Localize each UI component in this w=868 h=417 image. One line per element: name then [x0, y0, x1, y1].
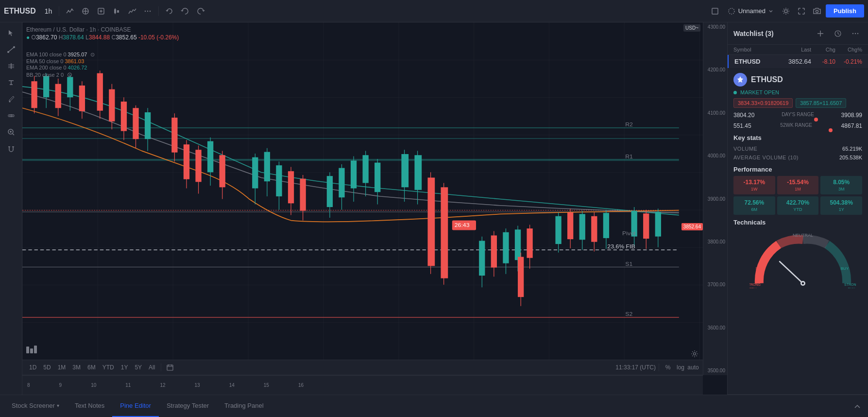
panel-clock-icon[interactable] — [831, 27, 845, 40]
currency-badge[interactable]: USD~ — [683, 24, 700, 32]
log-toggle[interactable]: log — [675, 362, 686, 373]
svg-text:BUY: BUY — [840, 266, 849, 271]
svg-point-157 — [857, 33, 858, 34]
tradingview-logo — [26, 346, 38, 358]
tab-text-notes[interactable]: Text Notes — [67, 395, 112, 417]
fib-tool[interactable] — [3, 58, 19, 74]
tab-trading-panel-label: Trading Panel — [224, 402, 263, 409]
svg-rect-111 — [503, 232, 509, 263]
percent-toggle[interactable]: % — [662, 362, 674, 373]
time-11: 11 — [125, 382, 131, 388]
camera-button[interactable] — [810, 4, 824, 18]
vol-label: VOLUME — [733, 146, 757, 152]
svg-rect-121 — [567, 212, 573, 239]
time-13: 13 — [195, 382, 200, 388]
svg-rect-75 — [207, 141, 213, 173]
svg-point-156 — [855, 33, 856, 34]
undo-button[interactable] — [178, 4, 192, 18]
add-symbol-button[interactable] — [814, 27, 827, 40]
chart-svg-wrapper[interactable]: R2 R1 Pivot 23.6% FIB S1 S2 26:43 — [22, 22, 703, 360]
chart-name-selector[interactable]: Unnamed — [724, 5, 777, 17]
svg-rect-49 — [31, 81, 37, 108]
tf-sep2 — [659, 364, 659, 371]
svg-rect-99 — [401, 154, 408, 187]
wl-symbol: ETHUSD — [734, 58, 777, 65]
svg-point-16 — [729, 8, 734, 14]
redo-button[interactable] — [194, 4, 207, 18]
svg-rect-79 — [252, 157, 258, 189]
svg-point-146 — [694, 353, 696, 355]
tab-stock-screener[interactable]: Stock Screener ▾ — [4, 395, 67, 417]
trend-line-tool[interactable] — [3, 42, 19, 57]
cursor-tool[interactable] — [3, 25, 19, 41]
tf-5d[interactable]: 5D — [40, 363, 53, 372]
panel-more-button[interactable] — [849, 27, 862, 40]
days-range-low: 3804.20 — [733, 112, 754, 119]
watchlist-item-ethusd[interactable]: ETHUSD 3852.64 -8.10 -0.21% — [728, 55, 868, 68]
market-status-dot — [733, 91, 737, 94]
perf-3m: 8.05%3M — [820, 176, 862, 194]
tf-3m[interactable]: 3M — [69, 363, 84, 372]
chart-container[interactable]: USD~ Ethereum / U.S. Dollar · 1h · COINB… — [22, 22, 727, 395]
calendar-icon[interactable] — [164, 362, 176, 373]
svg-point-21 — [13, 46, 15, 48]
main-area: USD~ Ethereum / U.S. Dollar · 1h · COINB… — [0, 22, 868, 395]
tf-6m[interactable]: 6M — [85, 363, 99, 372]
avg-vol-label: AVERAGE VOLUME (10) — [733, 155, 799, 160]
brush-tool[interactable] — [3, 91, 19, 107]
chart-settings-button[interactable] — [689, 348, 700, 360]
price-3900: 3900.00 — [705, 196, 725, 202]
tf-5y[interactable]: 5Y — [132, 363, 145, 372]
52wk-range-high: 4867.81 — [841, 122, 862, 129]
svg-rect-93 — [351, 160, 357, 188]
chart-type-button[interactable] — [125, 4, 139, 18]
chart-svg: R2 R1 Pivot 23.6% FIB S1 S2 26:43 — [22, 22, 703, 360]
watchlist-title[interactable]: Watchlist (3) — [733, 30, 810, 37]
svg-rect-115 — [527, 228, 532, 258]
magnet-tool[interactable] — [3, 141, 19, 156]
bar-style-button[interactable] — [110, 4, 123, 18]
time-8: 8 — [27, 382, 30, 388]
time-12: 12 — [160, 382, 165, 388]
svg-rect-113 — [515, 229, 521, 260]
svg-rect-51 — [43, 76, 49, 97]
tab-text-notes-label: Text Notes — [75, 402, 104, 409]
tf-ytd[interactable]: YTD — [100, 363, 117, 372]
fullscreen-button[interactable] — [708, 4, 722, 18]
expand-button[interactable] — [795, 4, 808, 18]
indicators-button[interactable] — [63, 4, 77, 18]
publish-button[interactable]: Publish — [826, 4, 864, 17]
svg-rect-53 — [55, 84, 61, 108]
col-chgpct: Chg% — [835, 47, 862, 52]
days-range-high: 3908.99 — [841, 112, 862, 119]
expand-bottom-panel[interactable] — [851, 400, 864, 413]
left-sidebar — [0, 22, 22, 395]
tab-pine-editor[interactable]: Pine Editor — [112, 395, 159, 417]
interval-selector[interactable]: 1h — [42, 5, 55, 17]
stat-volume: VOLUME 65.219K — [733, 144, 862, 153]
more-button[interactable] — [141, 4, 154, 18]
svg-rect-63 — [121, 102, 127, 131]
tf-all[interactable]: All — [146, 363, 158, 372]
auto-toggle[interactable]: auto — [687, 362, 699, 373]
toolbar-sep-1 — [59, 6, 59, 16]
tf-1y[interactable]: 1Y — [118, 363, 131, 372]
price-4100: 4100.00 — [705, 110, 725, 116]
symbol-label[interactable]: ETHUSD — [4, 7, 36, 16]
tf-1m[interactable]: 1M — [55, 363, 69, 372]
measure-tool[interactable] — [3, 108, 19, 123]
svg-rect-67 — [145, 112, 151, 139]
add-alert-button[interactable] — [94, 4, 108, 18]
compare-button[interactable] — [79, 4, 92, 18]
replay-button[interactable] — [163, 4, 176, 18]
svg-rect-147 — [26, 347, 29, 353]
tf-1d[interactable]: 1D — [26, 363, 39, 372]
time-15: 15 — [264, 382, 269, 388]
zoom-tool[interactable] — [3, 124, 19, 140]
tab-trading-panel[interactable]: Trading Panel — [217, 395, 271, 417]
svg-rect-117 — [518, 257, 524, 297]
tab-strategy-tester[interactable]: Strategy Tester — [159, 395, 217, 417]
text-tool[interactable] — [3, 75, 19, 90]
svg-rect-89 — [327, 176, 333, 207]
settings-button[interactable] — [779, 4, 793, 18]
